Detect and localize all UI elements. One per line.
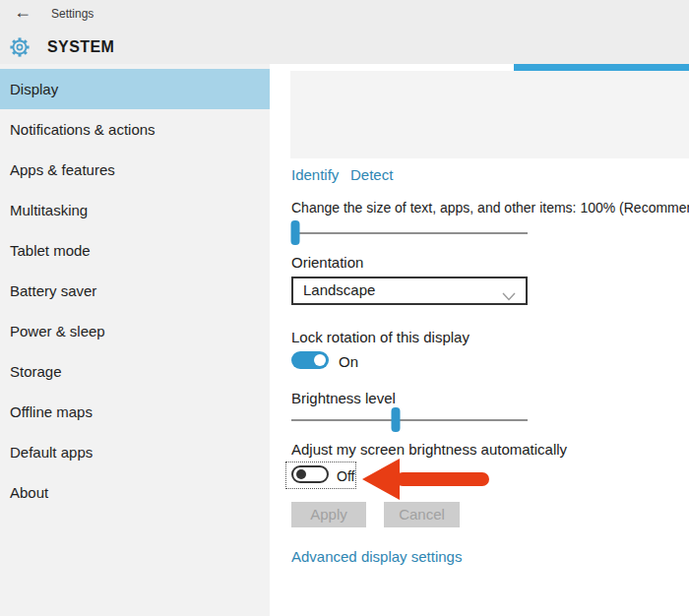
sidebar-item-offline-maps[interactable]: Offline maps xyxy=(0,392,270,432)
sidebar-item-label: Tablet mode xyxy=(10,242,91,259)
sidebar-item-label: About xyxy=(10,484,48,501)
header-bar: ← Settings xyxy=(0,0,689,64)
sidebar-item-tablet-mode[interactable]: Tablet mode xyxy=(0,230,270,271)
sidebar-item-label: Power & sleep xyxy=(10,323,105,339)
display-preview-monitor-edge xyxy=(514,64,689,71)
back-icon[interactable]: ← xyxy=(14,2,31,23)
toggle-knob xyxy=(314,354,326,366)
orientation-label: Orientation xyxy=(291,254,363,271)
advanced-display-settings-link[interactable]: Advanced display settings xyxy=(291,548,462,565)
sidebar-item-label: Display xyxy=(10,81,58,97)
cancel-button[interactable]: Cancel xyxy=(384,502,460,527)
brightness-slider[interactable] xyxy=(291,407,528,433)
gear-icon xyxy=(8,35,31,63)
size-slider[interactable] xyxy=(291,220,528,246)
identify-link[interactable]: Identify xyxy=(291,166,339,183)
orientation-dropdown[interactable]: Landscape xyxy=(291,277,528,305)
sidebar-item-battery-saver[interactable]: Battery saver xyxy=(0,271,270,311)
size-slider-track[interactable] xyxy=(291,232,528,234)
page-title: SYSTEM xyxy=(47,38,114,56)
lock-rotation-toggle[interactable] xyxy=(291,351,329,369)
brightness-label: Brightness level xyxy=(291,390,396,406)
sidebar-item-notifications-actions[interactable]: Notifications & actions xyxy=(0,109,270,150)
lock-rotation-label: Lock rotation of this display xyxy=(291,329,470,345)
sidebar-item-label: Notifications & actions xyxy=(10,121,156,138)
chevron-down-icon xyxy=(502,287,516,305)
sidebar-item-about[interactable]: About xyxy=(0,472,270,513)
sidebar-item-power-sleep[interactable]: Power & sleep xyxy=(0,311,270,351)
sidebar-item-apps-features[interactable]: Apps & features xyxy=(0,150,270,190)
sidebar-item-label: Offline maps xyxy=(10,403,93,420)
toggle-knob xyxy=(296,469,306,479)
display-preview-panel xyxy=(290,71,689,158)
lock-rotation-state: On xyxy=(339,353,358,370)
auto-brightness-label: Adjust my screen brightness automaticall… xyxy=(291,441,567,458)
sidebar-item-multitasking[interactable]: Multitasking xyxy=(0,190,270,230)
sidebar-item-display[interactable]: Display xyxy=(0,69,270,109)
settings-window: ← Settings xyxy=(0,0,689,616)
detect-link[interactable]: Detect xyxy=(350,166,393,183)
sidebar: Display Notifications & actions Apps & f… xyxy=(0,64,270,616)
sidebar-item-label: Storage xyxy=(10,363,62,380)
size-slider-thumb[interactable] xyxy=(290,220,299,245)
sidebar-item-label: Battery saver xyxy=(10,282,96,299)
size-slider-label: Change the size of text, apps, and other… xyxy=(291,200,689,216)
app-title: Settings xyxy=(51,7,94,21)
brightness-slider-track[interactable] xyxy=(291,419,528,421)
auto-brightness-toggle[interactable] xyxy=(291,465,329,483)
brightness-slider-thumb[interactable] xyxy=(391,407,400,432)
auto-brightness-state: Off xyxy=(337,468,354,484)
sidebar-item-storage[interactable]: Storage xyxy=(0,351,270,392)
orientation-selected-value: Landscape xyxy=(303,281,375,298)
sidebar-item-default-apps[interactable]: Default apps xyxy=(0,432,270,472)
apply-button[interactable]: Apply xyxy=(291,502,366,527)
sidebar-item-label: Default apps xyxy=(10,444,93,461)
sidebar-item-label: Multitasking xyxy=(10,202,88,218)
sidebar-item-label: Apps & features xyxy=(10,161,115,178)
red-arrow-annotation xyxy=(358,455,496,508)
